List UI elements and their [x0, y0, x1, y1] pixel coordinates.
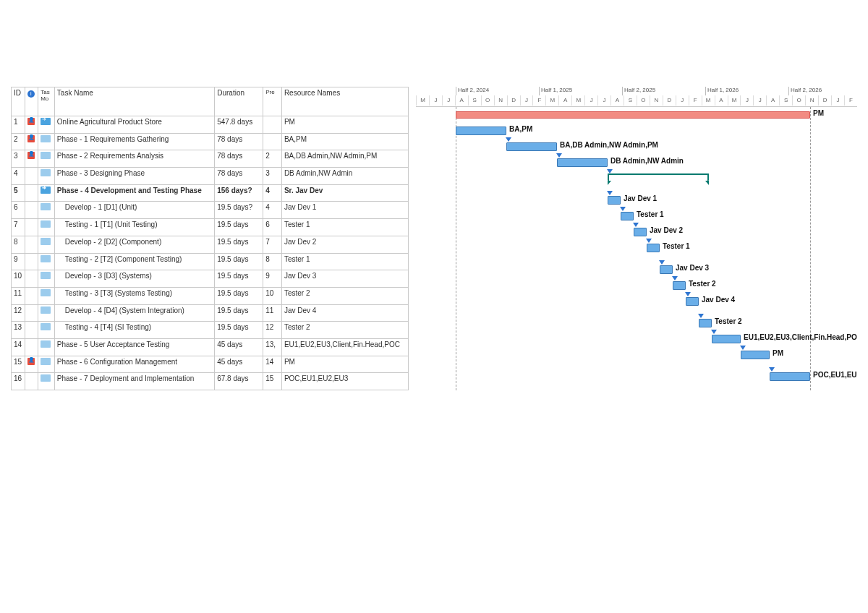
- table-row[interactable]: 12Develop - 4 [D4] (System Integration)1…: [12, 304, 409, 322]
- cell-id[interactable]: 10: [12, 270, 25, 288]
- cell-resources[interactable]: Jav Dev 4: [281, 304, 408, 322]
- cell-id[interactable]: 4: [12, 168, 25, 185]
- table-row[interactable]: 7Testing - 1 [T1] (Unit Testing)19.5 day…: [12, 219, 409, 236]
- cell-id[interactable]: 15: [12, 356, 25, 373]
- cell-resources[interactable]: Tester 1: [281, 219, 408, 236]
- cell-duration[interactable]: 78 days: [215, 168, 263, 185]
- gantt-bar[interactable]: [456, 127, 506, 135]
- cell-id[interactable]: 13: [12, 322, 25, 339]
- gantt-bar[interactable]: [770, 372, 810, 381]
- cell-id[interactable]: 3: [12, 150, 25, 168]
- cell-resources[interactable]: Sr. Jav Dev: [281, 184, 408, 202]
- cell-duration[interactable]: 19.5 days: [215, 304, 263, 322]
- table-row[interactable]: 13Testing - 4 [T4] (SI Testing)19.5 days…: [12, 322, 409, 339]
- cell-id[interactable]: 8: [12, 236, 25, 253]
- gantt-bar[interactable]: [621, 212, 634, 220]
- gantt-bar[interactable]: [699, 319, 712, 327]
- cell-resources[interactable]: Jav Dev 3: [281, 270, 408, 288]
- cell-mode[interactable]: [38, 150, 55, 168]
- cell-mode[interactable]: [38, 253, 55, 270]
- cell-mode[interactable]: [38, 270, 55, 288]
- table-row[interactable]: 16Phase - 7 Deployment and Implementatio…: [12, 373, 409, 390]
- cell-name[interactable]: Phase - 1 Requirements Gathering: [54, 133, 214, 150]
- cell-name[interactable]: Phase - 6 Configuration Management: [54, 356, 214, 373]
- cell-duration[interactable]: 45 days: [215, 338, 263, 356]
- gantt-row[interactable]: BA,DB Admin,NW Admin,PM: [416, 139, 857, 155]
- gantt-bar[interactable]: [608, 173, 709, 181]
- table-row[interactable]: 5Phase - 4 Development and Testing Phase…: [12, 184, 409, 202]
- gantt-bar[interactable]: [712, 335, 741, 343]
- table-row[interactable]: 8Develop - 2 [D2] (Component)19.5 days7J…: [12, 236, 409, 253]
- cell-pred[interactable]: 4: [263, 184, 282, 202]
- cell-pred[interactable]: 9: [263, 270, 282, 288]
- gantt-bar[interactable]: [741, 351, 770, 359]
- cell-pred[interactable]: 15: [263, 373, 282, 390]
- gantt-row[interactable]: Tester 2: [416, 315, 857, 331]
- cell-duration[interactable]: 19.5 days: [215, 236, 263, 253]
- cell-id[interactable]: 6: [12, 202, 25, 219]
- gantt-bar[interactable]: [456, 111, 810, 119]
- cell-name[interactable]: Online Agricultural Product Store: [54, 116, 214, 134]
- col-id[interactable]: ID: [12, 87, 25, 116]
- cell-name[interactable]: Phase - 5 User Acceptance Testing: [54, 338, 214, 356]
- cell-resources[interactable]: PM: [281, 356, 408, 373]
- table-row[interactable]: 9Testing - 2 [T2] (Component Testing)19.…: [12, 253, 409, 270]
- col-mode[interactable]: TasMo: [38, 87, 55, 116]
- cell-pred[interactable]: 3: [263, 168, 282, 185]
- cell-pred[interactable]: 4: [263, 202, 282, 219]
- cell-mode[interactable]: [38, 168, 55, 185]
- cell-id[interactable]: 7: [12, 219, 25, 236]
- cell-name[interactable]: Testing - 3 [T3] (Systems Testing): [54, 287, 214, 304]
- col-pred[interactable]: Pre: [263, 87, 282, 116]
- gantt-row[interactable]: Jav Dev 3: [416, 262, 857, 278]
- cell-pred[interactable]: 8: [263, 253, 282, 270]
- table-row[interactable]: 14Phase - 5 User Acceptance Testing45 da…: [12, 338, 409, 356]
- gantt-chart[interactable]: Half 2, 2024Half 1, 2025Half 2, 2025Half…: [409, 87, 857, 390]
- cell-id[interactable]: 11: [12, 287, 25, 304]
- cell-mode[interactable]: [38, 338, 55, 356]
- gantt-row[interactable]: Jav Dev 2: [416, 224, 857, 240]
- cell-mode[interactable]: [38, 116, 55, 134]
- cell-mode[interactable]: [38, 356, 55, 373]
- cell-resources[interactable]: Jav Dev 2: [281, 236, 408, 253]
- gantt-bar[interactable]: [506, 142, 557, 151]
- gantt-row[interactable]: Jav Dev 4: [416, 293, 857, 315]
- table-row[interactable]: 6Develop - 1 [D1] (Unit)19.5 days?4Jav D…: [12, 202, 409, 219]
- gantt-row[interactable]: Tester 1: [416, 208, 857, 224]
- col-indicator[interactable]: i: [25, 87, 38, 116]
- cell-pred[interactable]: [263, 116, 282, 134]
- cell-duration[interactable]: 19.5 days: [215, 270, 263, 288]
- gantt-row[interactable]: DB Admin,NW Admin: [416, 155, 857, 171]
- cell-id[interactable]: 5: [12, 184, 25, 202]
- gantt-bar[interactable]: [686, 297, 699, 306]
- cell-duration[interactable]: 45 days: [215, 356, 263, 373]
- cell-mode[interactable]: [38, 304, 55, 322]
- cell-id[interactable]: 9: [12, 253, 25, 270]
- cell-id[interactable]: 14: [12, 338, 25, 356]
- cell-id[interactable]: 1: [12, 116, 25, 134]
- gantt-row[interactable]: Jav Dev 1: [416, 192, 857, 208]
- cell-pred[interactable]: [263, 133, 282, 150]
- gantt-row[interactable]: PM: [416, 347, 857, 369]
- gantt-row[interactable]: BA,PM: [416, 123, 857, 139]
- cell-duration[interactable]: 19.5 days: [215, 219, 263, 236]
- cell-id[interactable]: 16: [12, 373, 25, 390]
- cell-id[interactable]: 2: [12, 133, 25, 150]
- gantt-row[interactable]: POC,EU1,EU2,EU3: [416, 369, 857, 390]
- gantt-bar[interactable]: [660, 265, 673, 274]
- cell-mode[interactable]: [38, 287, 55, 304]
- cell-name[interactable]: Phase - 7 Deployment and Implementation: [54, 373, 214, 390]
- cell-name[interactable]: Testing - 4 [T4] (SI Testing): [54, 322, 214, 339]
- table-row[interactable]: 2Phase - 1 Requirements Gathering78 days…: [12, 133, 409, 150]
- cell-duration[interactable]: 19.5 days?: [215, 202, 263, 219]
- gantt-bar[interactable]: [557, 158, 608, 167]
- cell-resources[interactable]: BA,PM: [281, 133, 408, 150]
- table-row[interactable]: 1Online Agricultural Product Store547.8 …: [12, 116, 409, 134]
- cell-resources[interactable]: EU1,EU2,EU3,Client,Fin.Head,POC: [281, 338, 408, 356]
- cell-duration[interactable]: 156 days?: [215, 184, 263, 202]
- cell-pred[interactable]: 2: [263, 150, 282, 168]
- table-row[interactable]: 15Phase - 6 Configuration Management45 d…: [12, 356, 409, 373]
- cell-name[interactable]: Develop - 3 [D3] (Systems): [54, 270, 214, 288]
- cell-duration[interactable]: 19.5 days: [215, 287, 263, 304]
- cell-pred[interactable]: 13,: [263, 338, 282, 356]
